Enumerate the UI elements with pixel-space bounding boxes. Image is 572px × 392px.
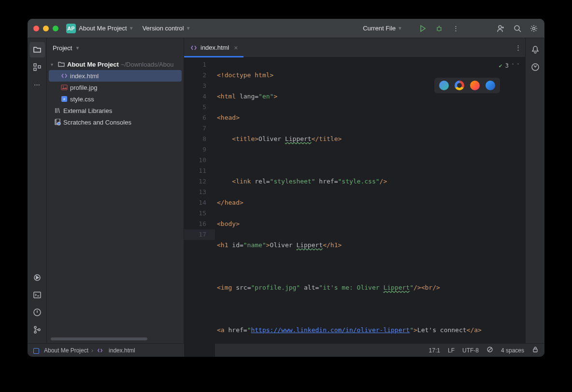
svg-rect-8	[34, 292, 41, 298]
expand-icon: ▾	[51, 62, 57, 67]
chevron-down-icon: ▼	[75, 45, 80, 51]
search-icon[interactable]	[513, 24, 522, 33]
services-tool-button[interactable]	[29, 270, 45, 285]
tree-external-libs[interactable]: External Libraries	[47, 105, 184, 116]
notifications-icon[interactable]	[528, 42, 543, 57]
chevron-up-icon[interactable]: ˄	[512, 60, 514, 71]
svg-rect-21	[533, 349, 537, 352]
check-icon: ✔	[499, 60, 502, 71]
svg-point-2	[515, 26, 519, 30]
terminal-tool-button[interactable]	[29, 287, 45, 303]
problems-tool-button[interactable]	[29, 305, 45, 320]
chevron-right-icon: ›	[91, 347, 93, 354]
svg-rect-5	[34, 68, 36, 70]
tree-file-name: profile.jpg	[70, 84, 97, 91]
problems-indicator[interactable]: ✔ 3 ˄ ˅	[499, 60, 519, 71]
project-tool-button[interactable]	[29, 42, 45, 57]
scratch-icon	[54, 118, 61, 126]
vcs-selector[interactable]: Version control ▼	[143, 25, 191, 32]
project-panel: Project ▼ ▾ About Me Project ~/Downloads…	[47, 38, 184, 343]
project-tree: ▾ About Me Project ~/Downloads/Abou inde…	[47, 57, 184, 336]
git-tool-button[interactable]	[29, 322, 45, 337]
tab-label: index.html	[200, 44, 229, 51]
jetbrains-preview-icon[interactable]	[439, 81, 449, 90]
gutter: 1 2 3 4 5 6 7 8 9 10 11 12 13 14 15 16 1	[184, 57, 215, 357]
svg-point-0	[437, 27, 441, 31]
tree-root-name: About Me Project	[67, 61, 119, 68]
ide-window: AP About Me Project ▼ Version control ▼ …	[28, 19, 544, 357]
project-selector[interactable]: AP About Me Project ▼	[66, 24, 134, 33]
tabs-more-icon[interactable]: ⋮	[511, 44, 525, 51]
collaborate-icon[interactable]	[496, 24, 506, 33]
panel-header[interactable]: Project ▼	[47, 38, 184, 57]
chevron-down-icon: ▼	[129, 26, 134, 31]
panel-scrollbar[interactable]	[51, 337, 180, 341]
tree-file-name: style.css	[70, 96, 94, 103]
tree-root-path: ~/Downloads/Abou	[121, 61, 174, 68]
svg-point-1	[499, 26, 501, 28]
svg-rect-6	[38, 66, 41, 68]
svg-point-19	[57, 122, 60, 125]
svg-point-11	[34, 331, 36, 333]
more-menu-icon[interactable]: ⋮	[451, 24, 460, 33]
ai-assistant-icon[interactable]	[528, 59, 543, 75]
structure-tool-button[interactable]	[29, 59, 45, 75]
breadcrumb-file: index.html	[109, 347, 135, 354]
chrome-icon[interactable]	[455, 81, 464, 90]
tree-scratches[interactable]: Scratches and Consoles	[47, 116, 184, 128]
debug-button[interactable]	[434, 24, 444, 33]
css-file-icon: #	[60, 95, 68, 103]
firefox-icon[interactable]	[470, 81, 480, 90]
folder-icon	[57, 60, 65, 68]
breadcrumb-project: About Me Project	[44, 347, 88, 354]
chevron-down-icon: ▼	[398, 26, 402, 31]
settings-icon[interactable]	[529, 24, 539, 33]
code-editor[interactable]: 1 2 3 4 5 6 7 8 9 10 11 12 13 14 15 16 1	[184, 57, 525, 357]
run-config-label: Current File	[363, 25, 396, 32]
tree-label: External Libraries	[63, 107, 112, 114]
svg-text:#: #	[63, 98, 65, 101]
browser-preview-bar	[434, 78, 500, 93]
maximize-window-button[interactable]	[53, 26, 58, 31]
svg-point-10	[34, 326, 36, 328]
tree-file-name: index.html	[70, 72, 99, 80]
left-tool-rail: ⋯	[28, 38, 47, 343]
html-file-icon	[190, 44, 198, 52]
html-file-icon	[96, 347, 104, 354]
chevron-down-icon[interactable]: ˅	[517, 60, 519, 71]
tree-file[interactable]: # style.css	[47, 93, 184, 105]
problems-count: 3	[505, 60, 509, 71]
more-tool-button[interactable]: ⋯	[29, 77, 45, 92]
project-badge: AP	[66, 24, 76, 33]
run-config-selector[interactable]: Current File ▼	[363, 25, 402, 32]
svg-rect-13	[61, 85, 67, 90]
right-tool-rail	[525, 38, 544, 343]
close-window-button[interactable]	[33, 26, 39, 31]
editor-tab[interactable]: index.html ×	[184, 38, 243, 57]
chevron-down-icon: ▼	[186, 26, 191, 31]
main-body: ⋯ Project ▼ ▾	[28, 38, 544, 343]
run-button[interactable]	[418, 24, 428, 33]
tree-file[interactable]: index.html	[49, 70, 182, 82]
minimize-window-button[interactable]	[43, 26, 49, 31]
breadcrumb[interactable]: About Me Project › index.html	[33, 347, 135, 354]
editor-tabs: index.html × ⋮	[184, 38, 525, 57]
lock-icon[interactable]	[532, 346, 539, 354]
project-name: About Me Project	[79, 25, 127, 32]
svg-point-14	[63, 86, 64, 87]
html-file-icon	[60, 72, 68, 80]
safari-icon[interactable]	[486, 81, 495, 90]
tree-file[interactable]: profile.jpg	[47, 82, 184, 93]
svg-point-12	[38, 329, 40, 331]
library-icon	[54, 107, 61, 114]
panel-title: Project	[53, 44, 72, 52]
vcs-label: Version control	[143, 25, 184, 32]
image-file-icon	[60, 84, 68, 91]
svg-point-3	[533, 27, 535, 29]
svg-rect-4	[34, 64, 36, 66]
window-controls	[33, 26, 58, 31]
close-tab-icon[interactable]: ×	[234, 44, 238, 52]
tree-label: Scratches and Consoles	[63, 119, 131, 126]
tree-root[interactable]: ▾ About Me Project ~/Downloads/Abou	[47, 58, 184, 70]
code-content: <!doctype html> <html lang="en"> <head> …	[215, 57, 525, 357]
